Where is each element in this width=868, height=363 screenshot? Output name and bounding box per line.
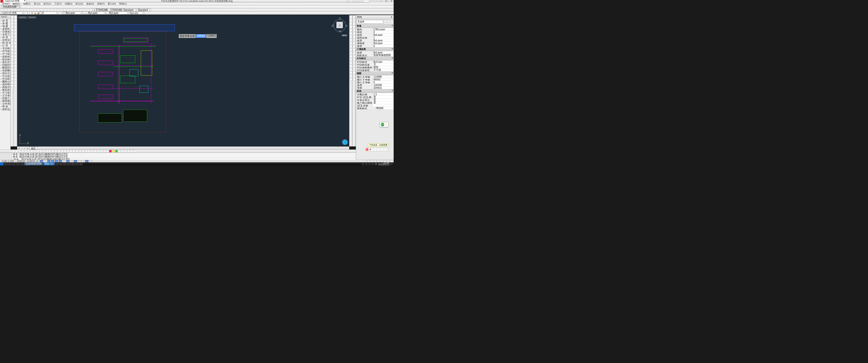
osnap-btn-x1[interactable] bbox=[121, 150, 124, 153]
standard-tool-17[interactable] bbox=[57, 8, 60, 11]
ime-settings-icon[interactable] bbox=[385, 148, 388, 151]
rtool-b-17[interactable] bbox=[353, 71, 355, 74]
osnap-btn-21[interactable] bbox=[76, 150, 79, 153]
palette-header[interactable]: T20天... bbox=[0, 15, 10, 19]
modify-tool-11[interactable] bbox=[14, 52, 17, 55]
osnap-btn-14[interactable] bbox=[55, 150, 57, 153]
palette-item-26[interactable]: 尺寸标注 bbox=[0, 91, 10, 94]
task-app-mail[interactable] bbox=[63, 162, 67, 165]
layout-nav-prev[interactable]: ◂ bbox=[20, 147, 23, 150]
modify-tool-16[interactable] bbox=[14, 68, 17, 71]
task-view-icon[interactable] bbox=[12, 162, 16, 165]
rtool-a-19[interactable] bbox=[349, 78, 352, 81]
props-row[interactable]: 打印样式ByColor bbox=[356, 61, 394, 63]
standard-tool-9[interactable] bbox=[31, 8, 33, 11]
workspace-dropdown[interactable]: AutoCAD 经典 bbox=[3, 0, 26, 3]
palette-item-29[interactable]: 图库图案 bbox=[0, 100, 10, 102]
rtool-a-1[interactable] bbox=[349, 19, 352, 22]
toggle-grid[interactable] bbox=[48, 160, 51, 162]
task-app-chrome[interactable] bbox=[75, 162, 79, 165]
props-row[interactable]: 打开 UCS 图标是 bbox=[356, 96, 394, 99]
rtool-b-5[interactable] bbox=[353, 32, 355, 35]
layout-nav-next[interactable]: ▸ bbox=[23, 147, 26, 150]
palette-item-25[interactable]: 图名标注 bbox=[0, 89, 10, 91]
tray-clock[interactable]: 18:442020/5/23 bbox=[378, 162, 390, 165]
modify-tool-8[interactable] bbox=[14, 42, 17, 45]
ime-lang[interactable]: 中 bbox=[369, 148, 372, 151]
standard-tool-5[interactable] bbox=[18, 8, 20, 11]
props-row[interactable]: 每个视口都显示 UCS是 bbox=[356, 101, 394, 104]
draw-tool-13[interactable] bbox=[11, 58, 13, 61]
palette-item-4[interactable]: 空调水路 bbox=[0, 30, 10, 33]
tray-ime[interactable]: 中 bbox=[375, 163, 377, 165]
draw-tool-1[interactable] bbox=[11, 19, 13, 22]
osnap-btn-27[interactable] bbox=[94, 150, 97, 153]
viewcube-north[interactable]: 北 bbox=[339, 16, 341, 20]
modify-tool-17[interactable] bbox=[14, 71, 17, 74]
linetype-combo[interactable]: —— ByLayer bbox=[83, 11, 105, 14]
palette-item-5[interactable]: 水管工具 bbox=[0, 33, 10, 36]
modify-tool-18[interactable] bbox=[14, 75, 17, 77]
toggle-snap[interactable] bbox=[44, 160, 47, 162]
palette-item-20[interactable]: 引出标注 bbox=[0, 75, 10, 77]
osnap-btn-4[interactable] bbox=[24, 150, 27, 153]
color-combo[interactable]: ByLayer bbox=[62, 11, 82, 14]
rtool-b-1[interactable] bbox=[353, 19, 355, 22]
draw-tool-4[interactable] bbox=[11, 29, 13, 32]
document-tab[interactable]: 冷热源系统图* bbox=[1, 5, 21, 8]
palette-item-1[interactable]: 采 暖 bbox=[0, 22, 10, 25]
standard-tool-3[interactable] bbox=[11, 8, 13, 11]
properties-close-icon[interactable]: ✕ bbox=[391, 16, 393, 19]
osnap-btn-29[interactable] bbox=[100, 150, 103, 153]
osnap-btn-0[interactable] bbox=[12, 150, 15, 153]
standard-tool-0[interactable] bbox=[1, 8, 4, 11]
status-qview[interactable] bbox=[367, 160, 370, 162]
rtool-a-15[interactable] bbox=[349, 65, 352, 68]
props-row[interactable]: 线型ByLayer bbox=[356, 34, 394, 36]
standard-tool-21[interactable] bbox=[70, 8, 73, 11]
ml-style-dropdown[interactable]: Standard bbox=[137, 8, 151, 11]
palette-item-31[interactable]: 帮 助 bbox=[0, 105, 10, 108]
osnap-btn-15[interactable] bbox=[58, 150, 60, 153]
osnap-btn-x2[interactable] bbox=[124, 150, 127, 153]
osnap-btn-1[interactable] bbox=[15, 150, 18, 153]
battery-widget[interactable]: 21% ⚡ bbox=[379, 122, 389, 127]
menu-draw[interactable]: 绘图(D) bbox=[64, 2, 74, 5]
draw-tool-10[interactable] bbox=[11, 48, 13, 51]
rtool-b-14[interactable] bbox=[353, 62, 355, 64]
toggle-sc[interactable] bbox=[89, 160, 92, 162]
osnap-btn-x5[interactable] bbox=[133, 150, 136, 153]
draw-tool-18[interactable] bbox=[11, 75, 13, 77]
palette-item-6[interactable]: 风 管 bbox=[0, 36, 10, 39]
layout-tab-model[interactable]: 模型 bbox=[29, 147, 37, 150]
rtool-a-12[interactable] bbox=[349, 55, 352, 58]
help-icon[interactable] bbox=[376, 0, 378, 2]
modify-tool-6[interactable] bbox=[14, 35, 17, 38]
status-model[interactable] bbox=[364, 160, 367, 162]
osnap-btn-x4[interactable] bbox=[130, 150, 133, 153]
menu-modify[interactable]: 修改(M) bbox=[85, 2, 95, 5]
rtool-a-18[interactable] bbox=[349, 75, 352, 77]
toggle-otrack[interactable] bbox=[66, 160, 69, 162]
standard-tool-15[interactable] bbox=[50, 8, 53, 11]
taskbar-app-search[interactable]: 搜索一下 bbox=[43, 162, 55, 165]
menu-window[interactable]: 窗口(W) bbox=[107, 2, 117, 5]
tray-bat-icon[interactable] bbox=[372, 163, 374, 165]
toggle-dyn[interactable] bbox=[74, 160, 77, 162]
props-row[interactable]: 打印表类型不可用 bbox=[356, 69, 394, 72]
osnap-btn-2[interactable] bbox=[18, 150, 21, 153]
pinned-app-2[interactable] bbox=[20, 162, 24, 165]
props-row[interactable]: 圆心 Z 坐标0 bbox=[356, 81, 394, 84]
osnap-btn-12[interactable] bbox=[49, 150, 51, 153]
rtool-a-16[interactable] bbox=[349, 68, 352, 71]
draw-tool-21[interactable] bbox=[11, 85, 13, 87]
toggle-osnap[interactable] bbox=[59, 160, 62, 162]
draw-tool-9[interactable] bbox=[11, 45, 13, 48]
table-style-dropdown[interactable]: Standard bbox=[122, 8, 136, 11]
draw-tool-7[interactable] bbox=[11, 39, 13, 41]
palette-item-17[interactable]: 断面剖切 bbox=[0, 66, 10, 69]
ime-punct-icon[interactable] bbox=[372, 148, 375, 151]
autodesk-social-icon[interactable] bbox=[342, 139, 348, 145]
draw-tool-11[interactable] bbox=[11, 52, 13, 55]
props-section[interactable]: 视图 bbox=[356, 72, 394, 75]
